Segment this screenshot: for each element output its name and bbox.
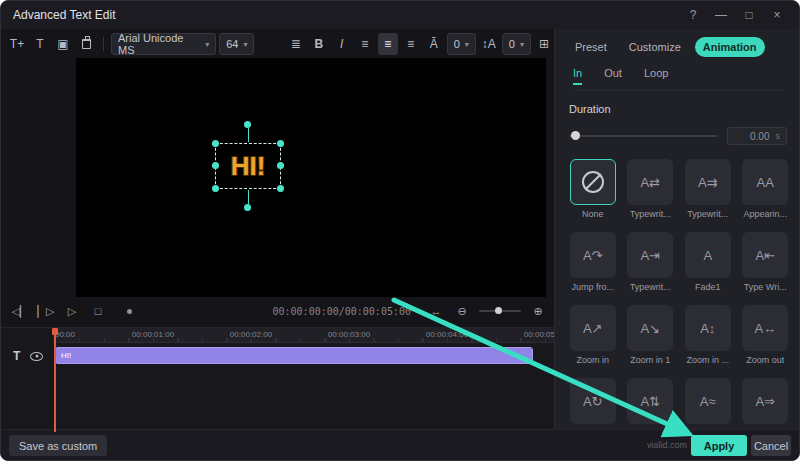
align-right-icon[interactable]: ≡ <box>401 33 421 55</box>
zoom-out-button[interactable]: ⊖ <box>451 301 473 321</box>
tab-customize[interactable]: Customize <box>621 37 689 57</box>
animation-item-single-w[interactable]: A⇅Single-w... <box>625 378 677 431</box>
animation-item-type-wri[interactable]: A⇤Type Wri... <box>740 232 792 293</box>
text-selection-box[interactable]: HI! <box>215 143 281 189</box>
apply-button[interactable]: Apply <box>691 435 747 456</box>
text-preset-icon[interactable]: T <box>30 33 50 55</box>
animation-item-fade1[interactable]: AFade1 <box>682 232 734 293</box>
zoom-slider-handle[interactable] <box>495 307 502 314</box>
animation-item-zoom-in-1[interactable]: A↘Zoom in 1 <box>625 305 677 366</box>
duration-slider-handle[interactable] <box>571 131 580 140</box>
resize-handle[interactable] <box>277 162 284 169</box>
minimize-icon[interactable]: — <box>711 5 731 25</box>
resize-handle[interactable] <box>212 162 219 169</box>
tab-animation[interactable]: Animation <box>695 37 765 57</box>
animation-item-round-z[interactable]: A↻Round z... <box>567 378 619 431</box>
font-family-select[interactable]: Arial Unicode MS ▾ <box>111 33 216 55</box>
help-icon[interactable]: ? <box>683 5 703 25</box>
duration-slider[interactable] <box>569 135 717 137</box>
next-frame-button[interactable]: ▏▷ <box>35 301 57 321</box>
timeline-ruler[interactable]: 00:0000:00:01:0000:00:02:0000:00:03:0000… <box>53 328 554 343</box>
subtab-loop[interactable]: Loop <box>644 67 668 85</box>
subtab-out[interactable]: Out <box>604 67 622 85</box>
previous-frame-button[interactable]: ◁▏ <box>9 301 31 321</box>
scrub-knob[interactable] <box>127 309 132 314</box>
letter-spacing-select[interactable]: 0 ▾ <box>447 33 476 55</box>
resize-handle[interactable] <box>212 140 219 147</box>
fit-duration-icon[interactable]: ↔ <box>425 301 447 321</box>
cancel-button[interactable]: Cancel <box>751 435 791 456</box>
animation-item-typewrit[interactable]: A⇥Typewrit... <box>625 232 677 293</box>
animation-thumbnail[interactable]: A↷ <box>570 232 616 278</box>
tab-preset[interactable]: Preset <box>567 37 615 57</box>
canvas-text[interactable]: HI! <box>231 151 266 182</box>
stop-button[interactable]: □ <box>87 301 109 321</box>
animation-item-zoom-in[interactable]: A↗Zoom in <box>567 305 619 366</box>
resize-handle[interactable] <box>212 185 219 192</box>
zoom-in-button[interactable]: ⊕ <box>527 301 549 321</box>
text-toolbar: T+ T ▣ Arial Unicode MS ▾ 64 ▾ ≣ B I ≡ ≡… <box>7 32 554 56</box>
preview-canvas[interactable]: HI! <box>76 58 546 297</box>
animation-item-typewrit[interactable]: A⇄Typewrit... <box>625 159 677 220</box>
animation-item-appearin[interactable]: AAAppearin... <box>740 159 792 220</box>
animation-item-jump-fro[interactable]: A↷Jump fro... <box>567 232 619 293</box>
line-spacing-select[interactable]: 0 ▾ <box>502 33 531 55</box>
animation-grid: NoneA⇄Typewrit...A⇉Typewrit...AAAppearin… <box>567 159 791 431</box>
zoom-slider[interactable] <box>479 310 521 312</box>
align-left-icon[interactable]: ≡ <box>355 33 375 55</box>
font-size-select[interactable]: 64 ▾ <box>219 33 254 55</box>
letter-spacing-icon[interactable]: Ā <box>424 33 444 55</box>
maximize-icon[interactable]: □ <box>739 5 759 25</box>
chevron-down-icon: ▾ <box>205 40 209 49</box>
animation-item-evaporate[interactable]: A≈Evaporate <box>682 378 734 431</box>
close-icon[interactable]: × <box>767 5 787 25</box>
text-spacing-icon[interactable]: ≣ <box>286 33 306 55</box>
animation-thumbnail[interactable]: A⇒ <box>742 378 788 424</box>
animation-thumbnail[interactable]: A <box>685 232 731 278</box>
animation-item-none[interactable]: None <box>567 159 619 220</box>
animation-thumbnail[interactable]: A↔ <box>742 305 788 351</box>
duration-value-box[interactable]: 0.00 s <box>727 127 787 145</box>
animation-thumbnail[interactable]: A⇤ <box>742 232 788 278</box>
text-clip[interactable]: HI! <box>55 347 533 364</box>
italic-button[interactable]: I <box>332 33 352 55</box>
rotation-stem-top <box>248 128 249 142</box>
add-text-icon[interactable]: T+ <box>7 33 27 55</box>
animation-thumbnail[interactable]: A⇥ <box>627 232 673 278</box>
media-icon[interactable]: ▣ <box>53 33 73 55</box>
panel-tabs: Preset Customize Animation <box>567 37 800 57</box>
animation-thumbnail[interactable]: A↘ <box>627 305 673 351</box>
chevron-down-icon: ▾ <box>243 40 247 49</box>
animation-thumbnail[interactable]: AA <box>742 159 788 205</box>
trash-icon <box>82 39 91 49</box>
font-size-value: 64 <box>226 38 238 50</box>
animation-item-push[interactable]: A⇒Push <box>740 378 792 431</box>
delete-icon[interactable] <box>76 33 96 55</box>
animation-label: Zoom in <box>576 355 609 366</box>
subtab-in[interactable]: In <box>573 67 582 85</box>
animation-thumbnail[interactable]: A⇉ <box>685 159 731 205</box>
animation-item-typewrit[interactable]: A⇉Typewrit... <box>682 159 734 220</box>
animation-thumbnail[interactable]: A↗ <box>570 305 616 351</box>
animation-thumbnail[interactable]: A≈ <box>685 378 731 424</box>
resize-handle[interactable] <box>277 185 284 192</box>
bold-button[interactable]: B <box>309 33 329 55</box>
animation-thumbnail[interactable]: A⇅ <box>627 378 673 424</box>
playhead[interactable] <box>54 328 56 432</box>
line-spacing-icon[interactable]: ↕A <box>479 33 499 55</box>
animation-item-zoom-in[interactable]: A↕Zoom in ... <box>682 305 734 366</box>
visibility-eye-icon[interactable] <box>30 352 43 361</box>
resize-handle[interactable] <box>277 140 284 147</box>
none-icon[interactable] <box>570 159 616 205</box>
animation-thumbnail[interactable]: A↕ <box>685 305 731 351</box>
save-as-custom-button[interactable]: Save as custom <box>9 435 107 456</box>
animation-thumbnail[interactable]: A⇄ <box>627 159 673 205</box>
rotate-handle[interactable] <box>244 204 251 211</box>
animation-thumbnail[interactable]: A↻ <box>570 378 616 424</box>
animation-item-zoom-out[interactable]: A↔Zoom out <box>740 305 792 366</box>
align-center-icon[interactable]: ≡ <box>378 33 398 55</box>
rotate-handle[interactable] <box>244 121 251 128</box>
text-box-icon[interactable]: ⊞ <box>534 33 554 55</box>
clip-label: HI! <box>61 351 71 360</box>
play-button[interactable]: ▷ <box>61 301 83 321</box>
